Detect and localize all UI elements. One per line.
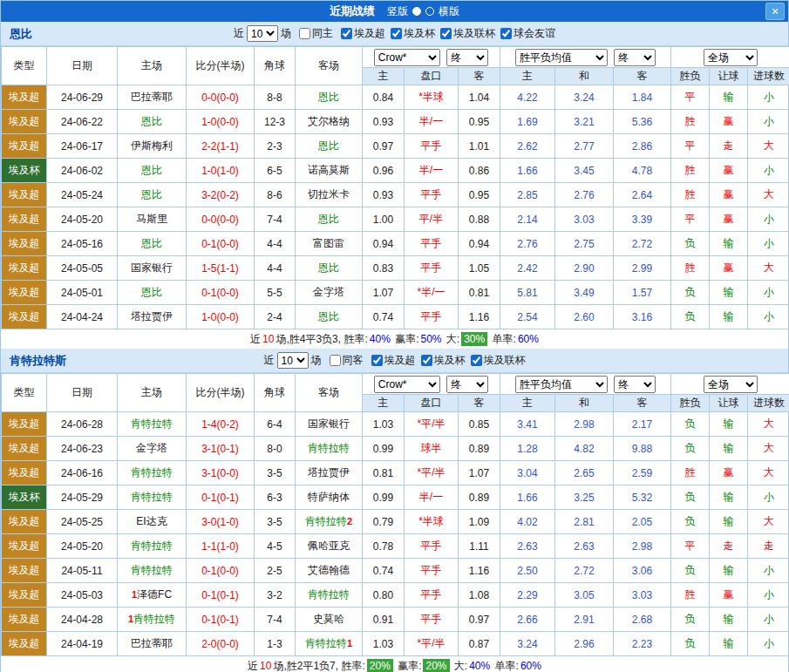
europe-draw-odds-cell: 2.60 [555, 305, 614, 329]
handicap-away-odds-cell: 0.88 [459, 207, 500, 232]
corner-cell: 7-4 [255, 207, 296, 232]
europe-draw-odds-cell: 3.03 [555, 207, 614, 232]
europe-home-odds-cell: 1.69 [500, 110, 555, 134]
landscape-radio-label[interactable]: 横版 [439, 4, 459, 19]
corner-cell: 7-4 [255, 608, 296, 632]
handicap-home-odds-cell: 0.74 [363, 559, 405, 583]
handicap-home-odds-cell: 0.93 [363, 110, 405, 134]
recent-count-select[interactable]: 10 [277, 352, 309, 369]
handicap-line-cell: 平手 [405, 583, 459, 608]
league-label: 埃及杯 [404, 26, 435, 41]
col-corner: 角球 [255, 47, 296, 85]
league-cell: 埃及超 [2, 632, 47, 656]
league-checkbox[interactable] [440, 28, 452, 39]
score-cell: 3-1(0-0) [187, 461, 255, 485]
league-checkbox[interactable] [371, 355, 383, 366]
team-name: 恩比 [141, 115, 162, 127]
score-cell: 3-0(1-0) [187, 510, 255, 534]
titlebar: 近期战绩 竖版 横版 × [1, 1, 788, 22]
handicap-result-cell: 输 [710, 632, 748, 656]
away-team-cell: 肯特拉特1 [296, 632, 363, 656]
team-name: 肯特拉特 [131, 466, 173, 479]
score-cell: 2-2(1-1) [187, 134, 255, 159]
europe-home-odds-cell: 4.22 [500, 85, 555, 110]
goals-result-cell: 小 [748, 232, 789, 256]
same-venue-checkbox[interactable] [299, 28, 310, 39]
final-odds-select[interactable]: 终 [446, 49, 488, 66]
col-handicap-away: 客 [459, 395, 500, 412]
corner-cell: 3-2 [255, 583, 296, 608]
europe-odds-select[interactable]: 胜平负均值 [515, 49, 608, 66]
portrait-radio[interactable] [412, 7, 421, 16]
final-odds-select[interactable]: 终 [446, 376, 488, 393]
league-cell: 埃及超 [2, 256, 47, 281]
team-name: 恩比 [318, 139, 339, 152]
league-checkbox[interactable] [500, 28, 512, 39]
same-venue-checkbox[interactable] [330, 355, 341, 366]
odds-provider-select[interactable]: Crow* [374, 376, 440, 393]
handicap-home-odds-cell: 0.74 [363, 305, 405, 329]
recent-count-select[interactable]: 10 [247, 25, 278, 42]
europe-draw-odds-cell: 3.05 [555, 583, 614, 608]
handicap-home-odds-cell: 0.93 [363, 183, 405, 207]
table-row: 埃及超24-05-20肯特拉特1-1(1-0)4-5佩哈亚克0.78平手1.11… [2, 534, 789, 559]
europe-home-odds-cell: 2.76 [500, 232, 555, 256]
away-team-cell: 恩比 [296, 305, 363, 329]
scope-select[interactable]: 全场 [704, 376, 758, 393]
handicap-line-cell: 平手 [405, 608, 459, 632]
result-cell: 胜 [671, 183, 710, 207]
close-icon[interactable]: × [765, 3, 785, 20]
handicap-away-odds-cell: 0.94 [459, 232, 500, 256]
date-cell: 24-04-24 [47, 305, 118, 329]
handicap-line-cell: *平/半 [405, 632, 459, 656]
summary-part: 50% [420, 333, 441, 345]
handicap-home-odds-cell: 1.03 [363, 632, 405, 656]
team-name: 肯特拉特 [131, 491, 173, 503]
goals-result-cell: 大 [748, 412, 789, 437]
date-cell: 24-04-28 [47, 608, 118, 632]
landscape-radio[interactable] [425, 7, 434, 16]
goals-result-cell: 小 [748, 281, 789, 305]
summary-part: 场,胜2平1负7, 胜率: [273, 660, 364, 672]
handicap-home-odds-cell: 0.84 [363, 85, 405, 110]
date-cell: 24-04-19 [47, 632, 118, 656]
portrait-radio-label[interactable]: 竖版 [387, 4, 408, 19]
europe-home-odds-cell: 3.24 [500, 632, 555, 656]
summary-part: 20% [423, 659, 449, 672]
team-name: 诺高莫斯 [308, 164, 350, 176]
col-europe-draw: 和 [555, 395, 614, 412]
handicap-result-cell: 输 [710, 608, 748, 632]
league-cell: 埃及超 [2, 134, 47, 159]
away-team-cell: 佩哈亚克 [296, 534, 363, 559]
final-europe-select[interactable]: 终 [614, 376, 656, 393]
away-team-cell: 肯特拉特 [296, 437, 363, 461]
europe-home-odds-cell: 2.63 [500, 534, 555, 559]
europe-odds-select[interactable]: 胜平负均值 [515, 376, 608, 393]
scope-select[interactable]: 全场 [704, 49, 758, 66]
europe-home-odds-cell: 3.41 [500, 412, 555, 437]
result-cell: 平 [671, 85, 710, 110]
handicap-home-odds-cell: 0.80 [363, 583, 405, 608]
final-europe-select[interactable]: 终 [614, 49, 656, 66]
corner-cell: 2-3 [255, 134, 296, 159]
result-cell: 胜 [671, 159, 710, 183]
handicap-result-cell: 输 [710, 85, 748, 110]
league-checkbox[interactable] [421, 355, 432, 366]
league-checkbox[interactable] [341, 28, 352, 39]
handicap-line-cell: 平手 [405, 305, 459, 329]
score-cell: 0-1(0-1) [187, 583, 255, 608]
result-cell: 负 [671, 608, 710, 632]
league-checkbox[interactable] [391, 28, 402, 39]
league-checkbox[interactable] [471, 355, 482, 366]
score-cell: 0-1(0-1) [187, 608, 255, 632]
odds-provider-select[interactable]: Crow* [374, 49, 440, 66]
result-cell: 负 [671, 510, 710, 534]
summary-part: 场,胜4平3负3, 胜率: [275, 333, 367, 345]
goals-result-cell: 大 [748, 134, 789, 159]
handicap-line-cell: 平手 [405, 183, 459, 207]
col-europe-away: 客 [614, 68, 671, 85]
league-label: 埃及联杯 [453, 26, 495, 41]
europe-home-odds-cell: 1.28 [500, 437, 555, 461]
same-venue-filter: 同主 [299, 26, 333, 41]
europe-odds-header: 胜平负均值 终 [500, 47, 671, 68]
